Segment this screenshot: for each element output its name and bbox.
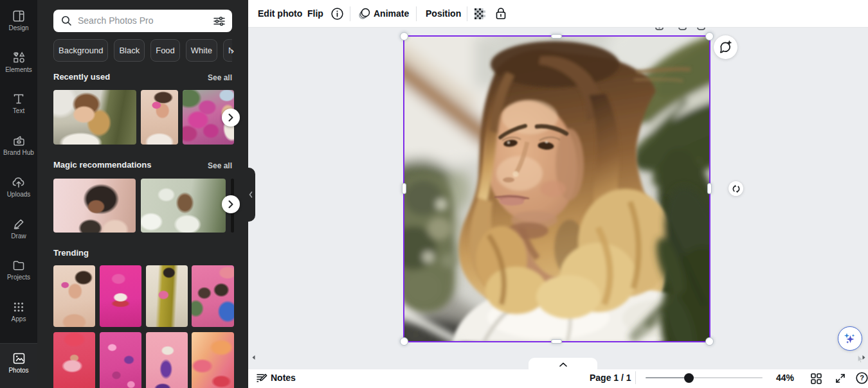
svg-text:co.: co. (17, 141, 20, 143)
svg-text:?: ? (860, 374, 864, 382)
